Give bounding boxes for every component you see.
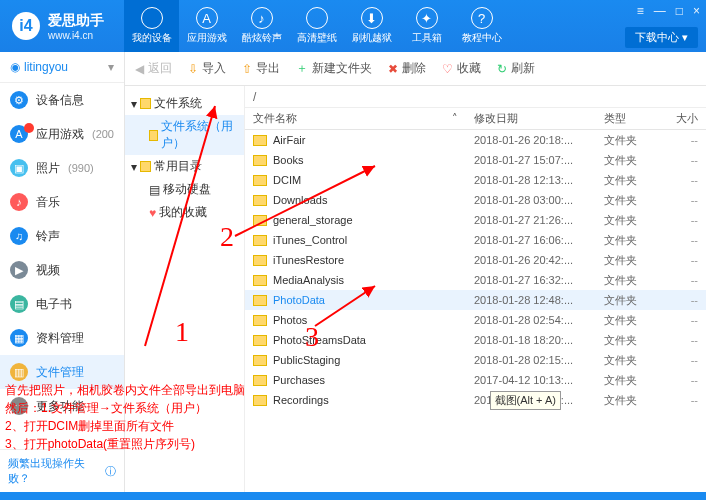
file-row[interactable]: PublicStaging2018-01-28 02:15:...文件夹-- (245, 350, 706, 370)
file-type: 文件夹 (596, 153, 656, 168)
file-name: MediaAnalysis (273, 274, 466, 286)
file-row[interactable]: DCIM2018-01-28 12:13:...文件夹-- (245, 170, 706, 190)
close-button[interactable]: × (693, 4, 700, 18)
file-type: 文件夹 (596, 193, 656, 208)
user-tab[interactable]: ◉ litingyou ▾ (0, 52, 124, 83)
file-row[interactable]: Books2018-01-27 15:07:...文件夹-- (245, 150, 706, 170)
sidenav-铃声[interactable]: ♫铃声 (0, 219, 124, 253)
sidenav-应用游戏[interactable]: A应用游戏(200 (0, 117, 124, 151)
file-name: Recordings (273, 394, 466, 406)
file-name: PhotoStreamsData (273, 334, 466, 346)
file-date: 2018-01-28 12:48:... (466, 294, 596, 306)
sidenav-音乐[interactable]: ♪音乐 (0, 185, 124, 219)
file-size: -- (656, 174, 706, 186)
topnav-2[interactable]: ♪酷炫铃声 (234, 0, 289, 52)
path-bar[interactable]: / (245, 86, 706, 108)
topnav-label: 酷炫铃声 (242, 31, 282, 45)
tree-item-0[interactable]: ▾文件系统 (125, 92, 244, 115)
max-button[interactable]: □ (676, 4, 683, 18)
topnav-3[interactable]: 高清壁纸 (289, 0, 344, 52)
import-button[interactable]: ⇩导入 (188, 60, 226, 77)
file-row[interactable]: Downloads2018-01-28 03:00:...文件夹-- (245, 190, 706, 210)
folder-icon (253, 155, 267, 166)
file-date: 2018-01-28 12:13:... (466, 174, 596, 186)
file-size: -- (656, 254, 706, 266)
delete-button[interactable]: ✖删除 (388, 60, 426, 77)
folder-icon (253, 235, 267, 246)
topnav-icon: ✦ (416, 7, 438, 29)
file-row[interactable]: Recordings2018-01-27 15:06:...文件夹-- (245, 390, 706, 410)
sidenav-label: 铃声 (36, 228, 60, 245)
new-folder-button[interactable]: ＋新建文件夹 (296, 60, 372, 77)
heart-icon: ♡ (442, 62, 453, 76)
export-button[interactable]: ⇧导出 (242, 60, 280, 77)
file-row[interactable]: Photos2018-01-28 02:54:...文件夹-- (245, 310, 706, 330)
tree-item-3[interactable]: ▤移动硬盘 (125, 178, 244, 201)
sidenav-照片[interactable]: ▣照片(990) (0, 151, 124, 185)
refresh-button[interactable]: ↻刷新 (497, 60, 535, 77)
col-name[interactable]: 文件名称˄ (245, 111, 466, 126)
favorite-button[interactable]: ♡收藏 (442, 60, 481, 77)
tree-item-1[interactable]: 文件系统（用户） (125, 115, 244, 155)
expand-icon[interactable]: ▾ (131, 97, 137, 111)
topnav-4[interactable]: ⬇刷机越狱 (344, 0, 399, 52)
help-link[interactable]: 频繁出现操作失败？ ⓘ (0, 449, 124, 492)
back-icon: ◀ (135, 62, 144, 76)
file-size: -- (656, 214, 706, 226)
user-icon: ◉ (10, 60, 20, 74)
file-row[interactable]: PhotoStreamsData2018-01-18 18:20:...文件夹-… (245, 330, 706, 350)
sidenav-icon: ▣ (10, 159, 28, 177)
file-name: PhotoData (273, 294, 466, 306)
file-row[interactable]: PhotoData2018-01-28 12:48:...文件夹-- (245, 290, 706, 310)
tree-item-4[interactable]: ♥我的收藏 (125, 201, 244, 224)
tree-item-2[interactable]: ▾常用目录 (125, 155, 244, 178)
menu-button[interactable]: ≡ (637, 4, 644, 18)
topnav-1[interactable]: A应用游戏 (179, 0, 234, 52)
help-text: 频繁出现操作失败？ (8, 456, 102, 486)
file-row[interactable]: Purchases2017-04-12 10:13:...文件夹-- (245, 370, 706, 390)
file-name: DCIM (273, 174, 466, 186)
topnav-5[interactable]: ✦工具箱 (399, 0, 454, 52)
col-size[interactable]: 大小 (656, 111, 706, 126)
sidenav-icon: ♫ (10, 227, 28, 245)
sidenav-文件管理[interactable]: ▥文件管理 (0, 355, 124, 389)
topnav-icon: ? (471, 7, 493, 29)
sort-icon: ˄ (452, 112, 458, 125)
topnav-label: 教程中心 (462, 31, 502, 45)
user-name: litingyou (24, 60, 68, 74)
file-row[interactable]: general_storage2018-01-27 21:26:...文件夹-- (245, 210, 706, 230)
file-name: Purchases (273, 374, 466, 386)
download-center-button[interactable]: 下载中心 ▾ (625, 27, 698, 48)
folder-icon (253, 275, 267, 286)
file-row[interactable]: AirFair2018-01-26 20:18:...文件夹-- (245, 130, 706, 150)
file-row[interactable]: iTunes_Control2018-01-27 16:06:...文件夹-- (245, 230, 706, 250)
sidenav-label: 电子书 (36, 296, 72, 313)
file-date: 2018-01-28 02:54:... (466, 314, 596, 326)
delete-icon: ✖ (388, 62, 398, 76)
app-logo: i4 爱思助手 www.i4.cn (0, 12, 116, 41)
topnav-0[interactable]: 我的设备 (124, 0, 179, 52)
sidenav-视频[interactable]: ▶视频 (0, 253, 124, 287)
file-type: 文件夹 (596, 293, 656, 308)
folder-icon (140, 98, 151, 109)
col-type[interactable]: 类型 (596, 111, 656, 126)
topnav-icon: A (196, 7, 218, 29)
expand-icon[interactable]: ▾ (131, 160, 137, 174)
sidenav-设备信息[interactable]: ⚙设备信息 (0, 83, 124, 117)
file-row[interactable]: MediaAnalysis2018-01-27 16:32:...文件夹-- (245, 270, 706, 290)
topnav-6[interactable]: ?教程中心 (454, 0, 509, 52)
file-row[interactable]: iTunesRestore2018-01-26 20:42:...文件夹-- (245, 250, 706, 270)
topnav-label: 工具箱 (412, 31, 442, 45)
min-button[interactable]: — (654, 4, 666, 18)
sidenav-更多功能[interactable]: ⋯更多功能 (0, 389, 124, 423)
sidenav-电子书[interactable]: ▤电子书 (0, 287, 124, 321)
folder-icon (253, 255, 267, 266)
back-button[interactable]: ◀返回 (135, 60, 172, 77)
sidenav-label: 音乐 (36, 194, 60, 211)
screenshot-tooltip: 截图(Alt + A) (490, 391, 561, 410)
app-url: www.i4.cn (48, 30, 104, 41)
file-name: PublicStaging (273, 354, 466, 366)
col-date[interactable]: 修改日期 (466, 111, 596, 126)
sidenav-资料管理[interactable]: ▦资料管理 (0, 321, 124, 355)
sidenav-icon: ▶ (10, 261, 28, 279)
